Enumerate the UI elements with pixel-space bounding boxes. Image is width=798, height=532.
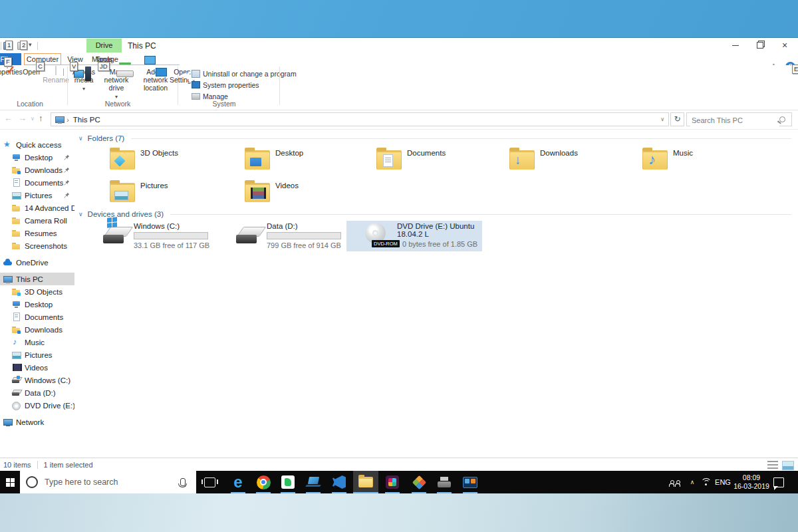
dropdown-arrow-icon: ▾ [115,94,118,100]
taskbar-evernote-button[interactable] [275,471,301,493]
recent-locations-icon[interactable]: ∨ [31,116,35,122]
taskbar-search-box[interactable] [20,471,196,493]
forward-icon[interactable]: → [18,113,27,123]
folder-tile-videos[interactable]: Videos [243,180,374,207]
sidebar-item-folder[interactable]: Camera Roll [0,214,74,227]
sidebar-item-pictures2[interactable]: Pictures [0,348,74,361]
restore-button[interactable] [749,38,771,53]
sidebar-item-folder[interactable]: Screenshots [0,239,74,252]
uninstall-program-button[interactable]: Uninstall or change a program [192,68,297,78]
task-view-button[interactable] [200,471,219,493]
group-rule [131,138,791,139]
folder-tile-music[interactable]: ♪ Music [641,147,771,175]
drive-tile-dvd-e[interactable]: DVD-ROM DVD Drive (E:) Ubuntu 18.04.2 L … [346,221,482,251]
people-button[interactable] [666,471,682,493]
sidebar-item-folder[interactable]: Resumes [0,227,74,239]
sidebar-item-downloads[interactable]: Downloads [0,164,74,176]
3d-objects-icon [12,287,21,296]
system-properties-button[interactable]: System properties [192,80,259,90]
folder-tile-pictures[interactable]: Pictures [108,180,239,207]
clock-button[interactable]: 08:09 16-03-2019 [733,471,770,493]
wifi-icon [700,478,711,487]
sidebar-item-3d-objects[interactable]: 3D Objects [0,285,74,298]
details-view-button[interactable] [767,461,778,469]
taskbar-edge-button[interactable]: e [225,471,251,493]
keytip-manage: JD [98,62,110,71]
folder-icon [12,216,21,225]
explorer-search-input[interactable] [690,114,779,126]
start-button[interactable] [0,471,20,493]
address-bar: ← → ∨ ↑ › This PC ∨ ↻ [0,110,798,130]
sidebar-item-this-pc[interactable]: This PC [0,273,74,285]
group-label-system: System [194,100,254,108]
breadcrumb[interactable]: › This PC ∨ [51,112,669,126]
sidebar-item-network[interactable]: Network [0,416,74,428]
laptop-icon [306,477,321,487]
taskbar-laptop-app-button[interactable] [301,471,326,493]
taskbar-explorer-button[interactable] [353,471,378,493]
taskbar-search-input[interactable] [43,477,180,487]
sidebar-item-videos[interactable]: Videos [0,361,74,374]
sidebar-item-windows-c[interactable]: Windows (C:) [0,374,74,386]
tray-expand-button[interactable]: ∧ [686,471,698,493]
properties-button[interactable]: Properties [0,66,20,101]
address-dropdown-icon[interactable]: ∨ [660,116,664,122]
open-button[interactable]: Open [19,66,44,101]
microphone-icon[interactable] [180,478,186,486]
access-media-button[interactable]: Access media▾ [69,66,98,101]
drive-tile-data-d[interactable]: Data (D:) 799 GB free of 914 GB [235,221,354,251]
refresh-button[interactable]: ↻ [670,112,684,126]
collapse-group-icon[interactable]: ∨ [78,211,83,217]
windows-logo-icon [6,478,15,487]
system-properties-icon [192,81,200,88]
folder-tile-3d-objects[interactable]: 3D Objects [108,147,239,175]
taskbar-printer-app-button[interactable] [432,471,457,493]
taskbar-chrome-button[interactable] [251,471,276,493]
sidebar-item-onedrive[interactable]: OneDrive [0,256,74,269]
network-tray-button[interactable] [698,471,713,493]
edge-icon: e [233,473,242,491]
keytip-help: E [792,65,798,74]
sidebar-item-pictures[interactable]: Pictures [0,189,74,201]
folders-group-header[interactable]: ∨ Folders (7) [78,134,791,142]
sidebar-item-desktop[interactable]: Desktop [0,151,74,164]
taskbar-slack-button[interactable] [380,471,405,493]
desktop-icon [12,300,21,309]
folder-icon [509,150,535,170]
drives-group-header[interactable]: ∨ Devices and drives (3) [78,210,791,218]
sidebar-item-dvd-e[interactable]: DVD Drive (E:) Ubur [0,399,74,412]
language-button[interactable]: ENG [713,471,733,493]
up-icon[interactable]: ↑ [39,113,43,123]
status-separator [37,461,38,469]
hard-drive-icon [103,227,130,243]
explorer-search-box[interactable] [686,112,792,126]
sidebar-item-documents2[interactable]: Documents [0,311,74,323]
sidebar-item-downloads2[interactable]: Downloads [0,323,74,336]
folder-tile-desktop[interactable]: Desktop [243,147,374,175]
taskbar-diamond-app-button[interactable] [406,471,432,493]
map-network-drive-button[interactable]: Map network drive▾ [98,66,134,101]
running-indicator [332,492,346,493]
dropdown-arrow-icon: ▾ [82,86,85,92]
back-icon[interactable]: ← [4,113,13,123]
drive-tile-windows-c[interactable]: Windows (C:) 33.1 GB free of 117 GB [102,221,221,251]
collapse-group-icon[interactable]: ∨ [78,135,83,142]
taskbar-vscode-button[interactable] [327,471,352,493]
folder-tile-downloads[interactable]: ↓ Downloads [508,147,638,175]
minimize-button[interactable] [725,38,746,53]
folder-tile-documents[interactable]: Documents [375,147,505,175]
sidebar-item-folder[interactable]: 14 Advanced DOM [0,201,74,214]
sidebar-item-documents[interactable]: Documents [0,176,74,189]
taskbar-vmware-button[interactable] [458,471,483,493]
windows-drive-icon [12,376,21,384]
manage-icon [192,93,200,100]
sidebar-item-music[interactable]: Music [0,336,74,348]
close-button[interactable]: × [774,38,795,53]
action-center-button[interactable] [770,471,787,493]
sidebar-item-data-d[interactable]: Data (D:) [0,386,74,399]
sidebar-item-quick-access[interactable]: Quick access [0,138,74,151]
qat-dropdown-icon[interactable]: ▾ [29,41,32,48]
folder-icon [12,241,21,250]
sidebar-item-desktop2[interactable]: Desktop [0,298,74,311]
thumbnail-view-button[interactable] [782,461,794,470]
